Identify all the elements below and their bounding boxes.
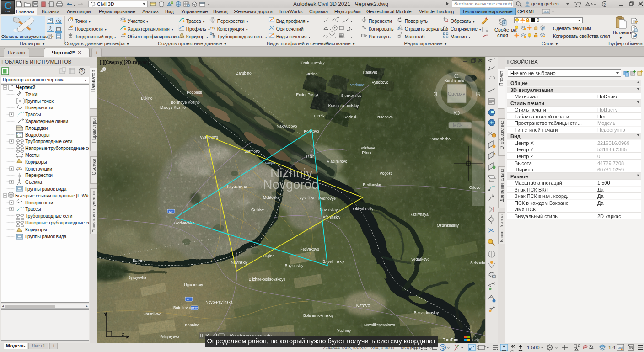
svg-text:Bing: Bing bbox=[472, 338, 479, 342]
svg-text:Civil 3D: Civil 3D bbox=[97, 1, 114, 7]
svg-text:Podnovye: Podnovye bbox=[318, 196, 336, 201]
svg-text:Vyselkiye: Vyselkiye bbox=[299, 196, 316, 200]
svg-text:Vysokovo: Vysokovo bbox=[372, 80, 389, 85]
svg-text:Vladimirovo: Vladimirovo bbox=[327, 159, 348, 164]
svg-text:М7: М7 bbox=[187, 298, 191, 301]
svg-text:Novo-Pavlinska: Novo-Pavlinska bbox=[205, 300, 232, 304]
svg-text:Bolshoye Kozino: Bolshoye Kozino bbox=[171, 100, 200, 105]
svg-text:Ю: Ю bbox=[453, 109, 460, 117]
svg-text:Novgorod: Novgorod bbox=[263, 177, 318, 192]
svg-text:Gorbatovka: Gorbatovka bbox=[174, 221, 194, 225]
svg-text:Y: Y bbox=[104, 312, 107, 317]
svg-text:X: X bbox=[121, 332, 125, 337]
svg-text:?: ? bbox=[80, 69, 83, 74]
svg-text:Kstovo: Kstovo bbox=[356, 303, 370, 308]
svg-text:Bolshemokrinskiy: Bolshemokrinskiy bbox=[303, 313, 334, 318]
svg-text:В: В bbox=[476, 91, 480, 98]
svg-text:Pikino: Pikino bbox=[362, 150, 372, 155]
svg-text:Podolets: Podolets bbox=[187, 90, 202, 95]
svg-text:Rassvet: Rassvet bbox=[363, 70, 377, 75]
svg-text:Luzhki: Luzhki bbox=[314, 114, 326, 118]
svg-text:Сверху: Сверху bbox=[448, 91, 466, 96]
svg-text:Fedyakovo: Fedyakovo bbox=[300, 247, 319, 251]
svg-text:Blizhne-borisovskoye: Blizhne-borisovskoye bbox=[249, 277, 286, 282]
svg-text:Kozinki: Kozinki bbox=[343, 115, 356, 119]
svg-text:Yuzhniy: Yuzhniy bbox=[337, 328, 351, 333]
svg-text:Stroino: Stroino bbox=[306, 72, 318, 76]
svg-text:Molitovka: Molitovka bbox=[263, 195, 279, 200]
svg-text:Selshchi: Selshchi bbox=[470, 261, 485, 265]
svg-text:Bor: Bor bbox=[306, 154, 314, 159]
svg-text:Lukino: Lukino bbox=[141, 96, 152, 101]
svg-text:Sitnikovskiy: Sitnikovskiy bbox=[341, 93, 362, 98]
svg-text:1:500: 1:500 bbox=[527, 345, 540, 350]
svg-text:Ugodinskiy: Ugodinskiy bbox=[184, 283, 203, 287]
svg-text:georg.greben...: georg.greben... bbox=[531, 1, 563, 6]
svg-text:TomTom ·: TomTom · bbox=[443, 337, 461, 342]
svg-text:Novinskiy: Novinskiy bbox=[231, 260, 248, 265]
svg-text:[-][Сверху][2D-каркас]: [-][Сверху][2D-каркас] bbox=[100, 60, 149, 65]
svg-text:▿: ▿ bbox=[467, 124, 468, 127]
svg-text:Gnilitsy: Gnilitsy bbox=[251, 208, 264, 212]
svg-text:1.4: 1.4 bbox=[608, 345, 615, 350]
svg-text:Razlivnaya: Razlivnaya bbox=[409, 212, 429, 217]
svg-text:Gorodishcha: Gorodishcha bbox=[429, 137, 451, 141]
svg-text:Roykinskiy: Roykinskiy bbox=[285, 263, 304, 268]
svg-text:Korikovo: Korikovo bbox=[304, 129, 319, 133]
svg-text:Р152: Р152 bbox=[191, 307, 198, 309]
svg-text:МСК: МСК bbox=[453, 123, 463, 128]
svg-text:Vegarkovo: Vegarkovo bbox=[411, 257, 429, 261]
svg-text:Shumilovo: Shumilovo bbox=[143, 312, 161, 316]
svg-text:З: З bbox=[434, 91, 438, 98]
svg-text:Balkino: Balkino bbox=[133, 258, 145, 263]
svg-text:?: ? bbox=[603, 2, 606, 7]
svg-text:М7: М7 bbox=[169, 210, 173, 213]
svg-text:Maloye Kozino: Maloye Kozino bbox=[160, 105, 186, 110]
svg-text:Verloma: Verloma bbox=[350, 83, 364, 87]
svg-text:Syroyevka: Syroyevka bbox=[128, 275, 146, 280]
svg-text:Zarubino: Zarubino bbox=[236, 71, 252, 75]
svg-text:Novolikeyevskaya: Novolikeyevskaya bbox=[364, 323, 395, 327]
svg-text:Kenteurovskiy: Kenteurovskiy bbox=[300, 60, 325, 65]
svg-text:Redkinskiy: Redkinskiy bbox=[363, 182, 382, 187]
svg-text:Kopnino: Kopnino bbox=[185, 323, 199, 327]
svg-text:Yelnyayevo: Yelnyayevo bbox=[159, 334, 179, 339]
svg-text:Buturlevo: Buturlevo bbox=[173, 305, 190, 310]
svg-text:Yurasovo: Yurasovo bbox=[376, 115, 393, 119]
svg-text:С: С bbox=[454, 72, 459, 80]
svg-text:Bezvodninskiy: Bezvodninskiy bbox=[414, 310, 439, 315]
svg-text:B.-yelninskiy: B.-yelninskiy bbox=[322, 259, 344, 264]
svg-text:Krasnoslobodskiy: Krasnoslobodskiy bbox=[328, 103, 359, 108]
svg-text:Novolskaya: Novolskaya bbox=[320, 208, 340, 212]
svg-text:Ostankinskiy: Ostankinskiy bbox=[437, 223, 459, 228]
svg-text:Oktyabrskiy: Oktyabrskiy bbox=[353, 207, 374, 211]
svg-text:Naklyudovo: Naklyudovo bbox=[277, 124, 297, 128]
svg-text:Ender Pustyn: Ender Pustyn bbox=[296, 92, 319, 97]
svg-text:Pogost: Pogost bbox=[380, 171, 392, 176]
svg-text:Knyazhikha: Knyazhikha bbox=[227, 184, 247, 189]
svg-text:Bolshoye: Bolshoye bbox=[360, 146, 376, 150]
